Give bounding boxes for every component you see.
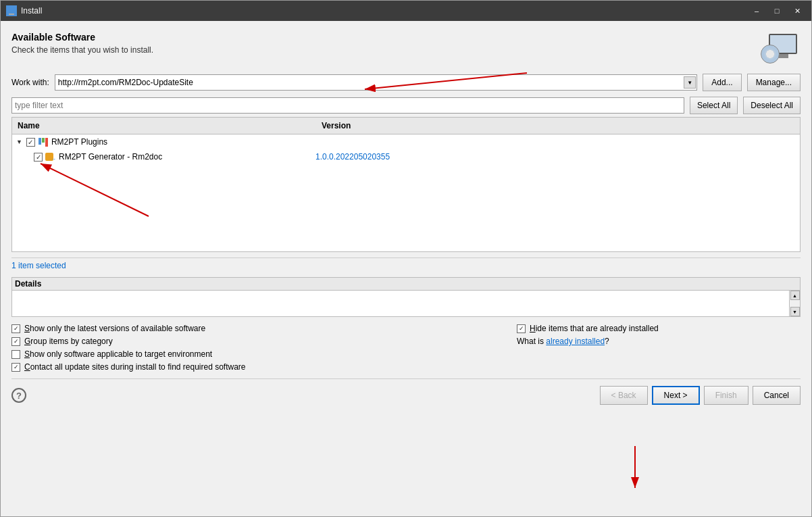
- options-area: Show only the latest versions of availab…: [11, 324, 801, 372]
- dialog-title: Available Software: [11, 32, 153, 43]
- option-applicable-checkbox[interactable]: [11, 350, 20, 359]
- col-name: Name: [12, 120, 316, 132]
- cancel-button[interactable]: Cancel: [753, 386, 801, 405]
- cd-monitor-icon: [761, 34, 797, 64]
- window-controls: – □ ✕: [748, 4, 806, 18]
- install-dialog: Install – □ ✕ Available Software Check t…: [0, 0, 812, 517]
- options-right: Hide items that are already installed Wh…: [517, 324, 801, 372]
- manage-button[interactable]: Manage...: [747, 74, 801, 91]
- status-bar: 1 item selected: [11, 257, 801, 273]
- option-latest-checkbox[interactable]: [11, 324, 20, 333]
- option-group-checkbox[interactable]: [11, 337, 20, 346]
- option-hide-checkbox[interactable]: [517, 324, 526, 333]
- filter-row: Select All Deselect All: [11, 97, 801, 114]
- deselect-all-button[interactable]: Deselect All: [743, 97, 801, 114]
- back-button[interactable]: < Back: [600, 386, 648, 405]
- option-already-label: What is already installed?: [517, 337, 609, 346]
- option-contact-label: Contact all update sites during install …: [24, 362, 246, 372]
- status-text: 1 item selected: [11, 261, 66, 270]
- work-with-label: Work with:: [11, 78, 49, 87]
- navigation-buttons: < Back Next > Finish Cancel: [600, 386, 801, 405]
- option-row-already: What is already installed?: [517, 337, 801, 346]
- header-text: Available Software Check the items that …: [11, 32, 153, 55]
- svg-rect-0: [7, 8, 16, 14]
- software-table: Name Version ▼ RM2PT Plugins: [11, 117, 801, 252]
- item-row: RM2PT Generator - Rm2doc 1.0.0.202205020…: [59, 152, 796, 162]
- header-icon-area: [757, 32, 801, 66]
- minimize-button[interactable]: –: [748, 4, 765, 18]
- add-button[interactable]: Add...: [703, 74, 741, 91]
- group-checkbox[interactable]: [26, 138, 35, 147]
- details-scrollbar: ▲ ▼: [789, 291, 800, 316]
- generator-icon: →: [45, 151, 56, 162]
- work-with-dropdown[interactable]: ▼: [684, 76, 696, 89]
- next-button[interactable]: Next >: [652, 386, 700, 405]
- table-header: Name Version: [12, 118, 800, 134]
- close-button[interactable]: ✕: [788, 4, 806, 18]
- finish-button[interactable]: Finish: [704, 386, 748, 405]
- option-latest-label: Show only the latest versions of availab…: [24, 324, 205, 333]
- scroll-down-button[interactable]: ▼: [790, 307, 800, 316]
- header-area: Available Software Check the items that …: [11, 32, 801, 66]
- item-version-label: 1.0.0.202205020355: [315, 152, 390, 162]
- already-installed-link[interactable]: already installed: [546, 337, 605, 346]
- dialog-content: Available Software Check the items that …: [1, 21, 811, 516]
- details-box: ▲ ▼: [11, 290, 801, 317]
- table-row[interactable]: ▼ RM2PT Plugins: [12, 134, 800, 149]
- scroll-up-button[interactable]: ▲: [790, 291, 800, 300]
- item-name-label: RM2PT Generator - Rm2doc: [59, 152, 315, 162]
- col-version: Version: [316, 120, 356, 132]
- work-with-input-wrap: ▼: [55, 74, 697, 91]
- dialog-subtitle: Check the items that you wish to install…: [11, 45, 153, 55]
- plugin-group-icon: [38, 137, 49, 147]
- item-checkbox[interactable]: [34, 153, 43, 162]
- option-row-applicable: Show only software applicable to target …: [11, 349, 517, 359]
- work-with-input[interactable]: [55, 74, 697, 91]
- option-contact-checkbox[interactable]: [11, 363, 20, 372]
- details-label: Details: [11, 277, 801, 290]
- window-title: Install: [21, 6, 42, 16]
- option-applicable-label: Show only software applicable to target …: [24, 349, 212, 359]
- work-with-row: Work with: ▼ Add... Manage...: [11, 74, 801, 91]
- option-hide-label: Hide items that are already installed: [530, 324, 659, 333]
- expand-icon: ▼: [16, 139, 22, 145]
- window-icon: [6, 5, 17, 16]
- maximize-button[interactable]: □: [768, 4, 786, 18]
- title-bar: Install – □ ✕: [1, 1, 811, 21]
- bottom-bar: ? < Back Next > Finish Cancel: [11, 378, 801, 408]
- help-button[interactable]: ?: [11, 388, 26, 403]
- filter-input[interactable]: [11, 97, 684, 114]
- option-row-group: Group items by category: [11, 337, 517, 346]
- option-row-latest: Show only the latest versions of availab…: [11, 324, 517, 333]
- svg-rect-1: [9, 14, 14, 15]
- option-row-hide: Hide items that are already installed: [517, 324, 801, 333]
- select-all-button[interactable]: Select All: [690, 97, 738, 114]
- cd-shape: [761, 45, 780, 64]
- option-row-contact: Contact all update sites during install …: [11, 362, 517, 372]
- option-group-label: Group items by category: [24, 337, 113, 346]
- options-left: Show only the latest versions of availab…: [11, 324, 517, 372]
- table-row[interactable]: → RM2PT Generator - Rm2doc 1.0.0.2022050…: [12, 149, 800, 164]
- details-section: Details ▲ ▼: [11, 277, 801, 317]
- group-label: RM2PT Plugins: [51, 137, 107, 147]
